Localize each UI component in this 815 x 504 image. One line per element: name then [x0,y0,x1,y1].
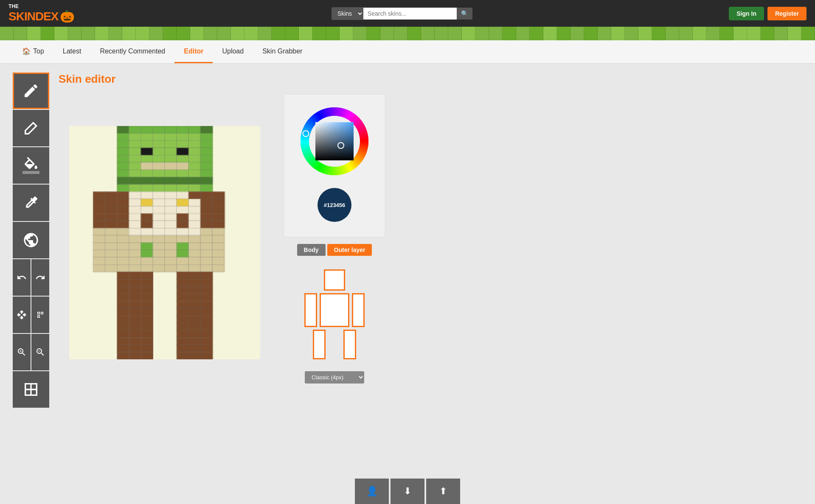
eyedropper-tool[interactable] [13,185,49,221]
color-swatch[interactable]: #123456 [318,188,351,222]
canvas-area: #123456 Body Outer layer [59,94,802,391]
auth-area: Sign In Register [729,7,807,20]
grid-tool[interactable] [13,371,49,408]
search-button[interactable]: 🔍 [457,8,472,20]
logo: THE SKINDEX 🎃 [8,3,75,23]
logo-area: THE SKINDEX 🎃 [8,3,75,23]
logo-skindex: SKINDEX [8,10,58,23]
body-tab[interactable]: Body [297,244,326,256]
signin-button[interactable]: Sign In [729,7,764,20]
logo-the: THE [8,3,75,9]
toolbar [13,73,50,437]
select-tool[interactable] [31,297,49,333]
eraser-tool[interactable] [13,110,49,146]
zoom-row [13,334,50,370]
undo-redo-row [13,259,50,296]
left-arm-part[interactable] [304,293,317,327]
nav-item-recently-commented[interactable]: Recently Commented [90,41,174,63]
home-icon: 🏠 [22,47,31,55]
page-title: Skin editor [59,73,802,86]
nav-item-skin-grabber[interactable]: Skin Grabber [253,41,312,63]
header: THE SKINDEX 🎃 Skins 🔍 Sign In Register [0,0,815,27]
main-content: Skin editor #123456 Body [0,64,815,446]
logo-pumpkin-icon: 🎃 [60,9,75,23]
nav-item-upload[interactable]: Upload [213,41,253,63]
shading-tool[interactable] [13,222,49,258]
color-wheel-container[interactable] [296,103,373,179]
head-row [324,269,345,291]
search-area: Skins 🔍 [332,7,472,20]
left-leg-part[interactable] [313,330,326,359]
grass-banner: // Will be populated after DOM ready [0,27,815,40]
register-button[interactable]: Register [767,7,807,20]
navigation: 🏠 Top Latest Recently Commented Editor U… [0,40,815,64]
move-tool[interactable] [13,297,31,333]
extra-tools-row [13,297,50,333]
undo-button[interactable] [13,259,31,296]
outer-layer-tab[interactable]: Outer layer [327,244,372,256]
skin-canvas[interactable] [69,126,260,359]
search-input[interactable] [363,8,457,20]
layer-tabs: Body Outer layer [297,244,372,256]
redo-button[interactable] [31,259,49,296]
zoom-in-button[interactable] [13,334,31,370]
skin-parts-diagram [304,269,365,359]
nav-item-latest[interactable]: Latest [53,41,91,63]
search-type-select[interactable]: Skins [332,7,363,20]
fill-tool[interactable] [13,147,49,184]
layer-section: Body Outer layer [297,244,372,384]
color-picker-panel: #123456 [284,94,385,237]
right-panel: #123456 Body Outer layer [284,94,385,384]
skin-canvas-wrapper[interactable] [59,94,271,391]
pencil-tool[interactable] [13,73,49,109]
body-part[interactable] [320,293,349,327]
nav-item-editor[interactable]: Editor [174,41,213,63]
legs-row [313,330,356,359]
head-part[interactable] [324,269,345,291]
body-arms-row [304,293,365,327]
right-leg-part[interactable] [343,330,356,359]
right-arm-part[interactable] [352,293,365,327]
nav-item-top[interactable]: 🏠 Top [13,40,53,63]
editor-section: Skin editor #123456 Body [59,73,802,437]
skin-type-select[interactable]: Classic (4px) Slim (3px) [305,371,364,384]
zoom-out-button[interactable] [31,334,49,370]
